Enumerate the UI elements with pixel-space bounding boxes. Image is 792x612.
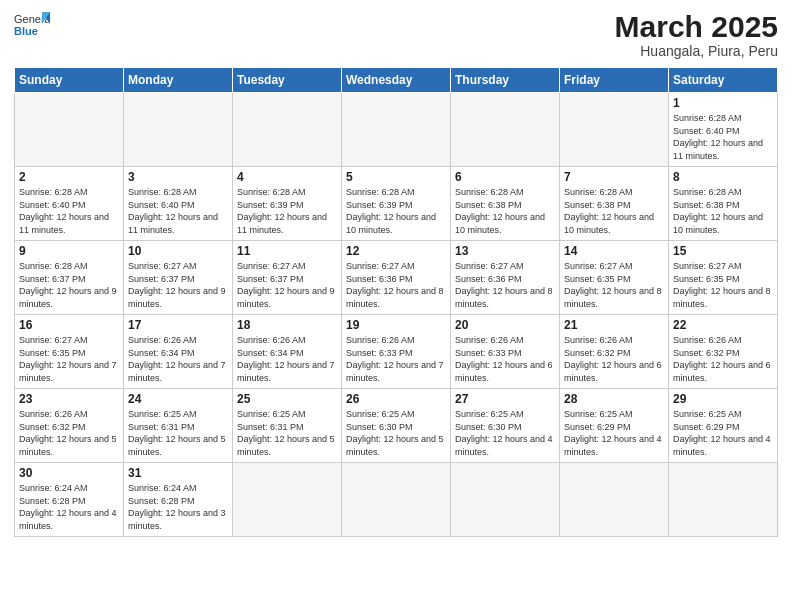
calendar-week-5: 30Sunrise: 6:24 AM Sunset: 6:28 PM Dayli…	[15, 463, 778, 537]
day-number: 23	[19, 392, 119, 406]
calendar-cell: 26Sunrise: 6:25 AM Sunset: 6:30 PM Dayli…	[342, 389, 451, 463]
col-thursday: Thursday	[451, 68, 560, 93]
day-number: 27	[455, 392, 555, 406]
day-info: Sunrise: 6:28 AM Sunset: 6:39 PM Dayligh…	[346, 186, 446, 236]
calendar-cell: 4Sunrise: 6:28 AM Sunset: 6:39 PM Daylig…	[233, 167, 342, 241]
calendar-header-row: Sunday Monday Tuesday Wednesday Thursday…	[15, 68, 778, 93]
calendar-week-2: 9Sunrise: 6:28 AM Sunset: 6:37 PM Daylig…	[15, 241, 778, 315]
calendar-cell: 9Sunrise: 6:28 AM Sunset: 6:37 PM Daylig…	[15, 241, 124, 315]
day-number: 7	[564, 170, 664, 184]
calendar-cell: 25Sunrise: 6:25 AM Sunset: 6:31 PM Dayli…	[233, 389, 342, 463]
calendar-cell: 22Sunrise: 6:26 AM Sunset: 6:32 PM Dayli…	[669, 315, 778, 389]
calendar-cell	[560, 463, 669, 537]
calendar-subtitle: Huangala, Piura, Peru	[615, 43, 778, 59]
calendar-cell: 15Sunrise: 6:27 AM Sunset: 6:35 PM Dayli…	[669, 241, 778, 315]
day-info: Sunrise: 6:26 AM Sunset: 6:32 PM Dayligh…	[564, 334, 664, 384]
day-info: Sunrise: 6:28 AM Sunset: 6:38 PM Dayligh…	[564, 186, 664, 236]
day-number: 22	[673, 318, 773, 332]
day-info: Sunrise: 6:26 AM Sunset: 6:33 PM Dayligh…	[455, 334, 555, 384]
calendar-cell: 11Sunrise: 6:27 AM Sunset: 6:37 PM Dayli…	[233, 241, 342, 315]
calendar-week-3: 16Sunrise: 6:27 AM Sunset: 6:35 PM Dayli…	[15, 315, 778, 389]
day-number: 12	[346, 244, 446, 258]
day-number: 21	[564, 318, 664, 332]
day-number: 26	[346, 392, 446, 406]
day-info: Sunrise: 6:28 AM Sunset: 6:39 PM Dayligh…	[237, 186, 337, 236]
col-saturday: Saturday	[669, 68, 778, 93]
page: General Blue March 2025 Huangala, Piura,…	[0, 0, 792, 612]
calendar-cell	[15, 93, 124, 167]
day-number: 3	[128, 170, 228, 184]
calendar-cell: 28Sunrise: 6:25 AM Sunset: 6:29 PM Dayli…	[560, 389, 669, 463]
col-monday: Monday	[124, 68, 233, 93]
day-number: 28	[564, 392, 664, 406]
calendar-cell: 6Sunrise: 6:28 AM Sunset: 6:38 PM Daylig…	[451, 167, 560, 241]
calendar-cell	[560, 93, 669, 167]
calendar-cell	[451, 463, 560, 537]
day-number: 30	[19, 466, 119, 480]
day-number: 20	[455, 318, 555, 332]
calendar-cell: 31Sunrise: 6:24 AM Sunset: 6:28 PM Dayli…	[124, 463, 233, 537]
day-info: Sunrise: 6:27 AM Sunset: 6:36 PM Dayligh…	[455, 260, 555, 310]
day-info: Sunrise: 6:28 AM Sunset: 6:38 PM Dayligh…	[673, 186, 773, 236]
day-number: 25	[237, 392, 337, 406]
logo-icon: General Blue	[14, 10, 50, 38]
day-number: 6	[455, 170, 555, 184]
calendar-cell	[342, 463, 451, 537]
day-info: Sunrise: 6:26 AM Sunset: 6:32 PM Dayligh…	[19, 408, 119, 458]
day-info: Sunrise: 6:25 AM Sunset: 6:31 PM Dayligh…	[237, 408, 337, 458]
day-info: Sunrise: 6:25 AM Sunset: 6:29 PM Dayligh…	[564, 408, 664, 458]
col-tuesday: Tuesday	[233, 68, 342, 93]
day-number: 16	[19, 318, 119, 332]
calendar-cell: 21Sunrise: 6:26 AM Sunset: 6:32 PM Dayli…	[560, 315, 669, 389]
day-info: Sunrise: 6:25 AM Sunset: 6:30 PM Dayligh…	[346, 408, 446, 458]
day-number: 14	[564, 244, 664, 258]
day-info: Sunrise: 6:24 AM Sunset: 6:28 PM Dayligh…	[128, 482, 228, 532]
calendar-cell: 16Sunrise: 6:27 AM Sunset: 6:35 PM Dayli…	[15, 315, 124, 389]
header: General Blue March 2025 Huangala, Piura,…	[14, 10, 778, 59]
day-number: 31	[128, 466, 228, 480]
day-number: 19	[346, 318, 446, 332]
calendar-cell: 27Sunrise: 6:25 AM Sunset: 6:30 PM Dayli…	[451, 389, 560, 463]
logo: General Blue	[14, 10, 50, 38]
day-number: 17	[128, 318, 228, 332]
day-number: 13	[455, 244, 555, 258]
calendar-cell: 17Sunrise: 6:26 AM Sunset: 6:34 PM Dayli…	[124, 315, 233, 389]
day-number: 11	[237, 244, 337, 258]
day-number: 1	[673, 96, 773, 110]
calendar-title: March 2025	[615, 10, 778, 43]
day-info: Sunrise: 6:25 AM Sunset: 6:31 PM Dayligh…	[128, 408, 228, 458]
calendar-cell: 30Sunrise: 6:24 AM Sunset: 6:28 PM Dayli…	[15, 463, 124, 537]
calendar-cell: 2Sunrise: 6:28 AM Sunset: 6:40 PM Daylig…	[15, 167, 124, 241]
calendar-week-4: 23Sunrise: 6:26 AM Sunset: 6:32 PM Dayli…	[15, 389, 778, 463]
calendar-cell: 7Sunrise: 6:28 AM Sunset: 6:38 PM Daylig…	[560, 167, 669, 241]
calendar-cell: 18Sunrise: 6:26 AM Sunset: 6:34 PM Dayli…	[233, 315, 342, 389]
calendar-cell: 5Sunrise: 6:28 AM Sunset: 6:39 PM Daylig…	[342, 167, 451, 241]
day-info: Sunrise: 6:27 AM Sunset: 6:37 PM Dayligh…	[128, 260, 228, 310]
calendar-table: Sunday Monday Tuesday Wednesday Thursday…	[14, 67, 778, 537]
svg-text:Blue: Blue	[14, 25, 38, 37]
calendar-cell	[233, 93, 342, 167]
day-number: 10	[128, 244, 228, 258]
calendar-week-0: 1Sunrise: 6:28 AM Sunset: 6:40 PM Daylig…	[15, 93, 778, 167]
calendar-cell: 29Sunrise: 6:25 AM Sunset: 6:29 PM Dayli…	[669, 389, 778, 463]
calendar-cell: 13Sunrise: 6:27 AM Sunset: 6:36 PM Dayli…	[451, 241, 560, 315]
calendar-cell: 23Sunrise: 6:26 AM Sunset: 6:32 PM Dayli…	[15, 389, 124, 463]
day-info: Sunrise: 6:27 AM Sunset: 6:35 PM Dayligh…	[564, 260, 664, 310]
day-info: Sunrise: 6:25 AM Sunset: 6:30 PM Dayligh…	[455, 408, 555, 458]
day-info: Sunrise: 6:28 AM Sunset: 6:38 PM Dayligh…	[455, 186, 555, 236]
calendar-cell	[669, 463, 778, 537]
col-wednesday: Wednesday	[342, 68, 451, 93]
day-info: Sunrise: 6:27 AM Sunset: 6:36 PM Dayligh…	[346, 260, 446, 310]
title-block: March 2025 Huangala, Piura, Peru	[615, 10, 778, 59]
day-number: 4	[237, 170, 337, 184]
day-number: 8	[673, 170, 773, 184]
day-number: 24	[128, 392, 228, 406]
day-info: Sunrise: 6:28 AM Sunset: 6:40 PM Dayligh…	[128, 186, 228, 236]
calendar-cell: 8Sunrise: 6:28 AM Sunset: 6:38 PM Daylig…	[669, 167, 778, 241]
day-number: 18	[237, 318, 337, 332]
calendar-cell: 1Sunrise: 6:28 AM Sunset: 6:40 PM Daylig…	[669, 93, 778, 167]
day-info: Sunrise: 6:27 AM Sunset: 6:35 PM Dayligh…	[19, 334, 119, 384]
day-info: Sunrise: 6:24 AM Sunset: 6:28 PM Dayligh…	[19, 482, 119, 532]
day-info: Sunrise: 6:26 AM Sunset: 6:33 PM Dayligh…	[346, 334, 446, 384]
calendar-cell	[451, 93, 560, 167]
